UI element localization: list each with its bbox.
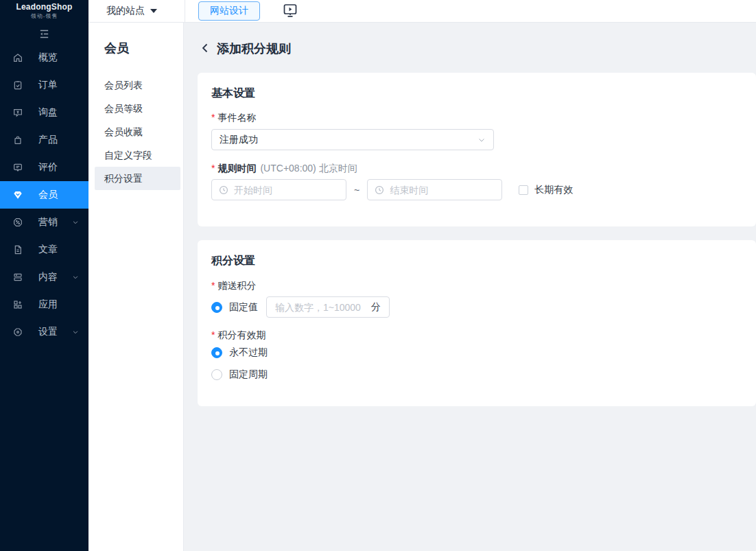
sidebar-item-label: 会员 — [38, 189, 58, 201]
topbar: 我的站点 网站设计 — [88, 0, 756, 23]
sidebar-item-label: 内容 — [38, 271, 58, 283]
member-icon — [12, 189, 23, 200]
event-name-select[interactable]: 注册成功 — [211, 129, 494, 150]
rule-time-row: ~ 长期有效 — [211, 179, 573, 200]
basic-settings-heading: 基本设置 — [211, 86, 255, 101]
content-icon — [12, 272, 23, 283]
sidebar-item-apps[interactable]: 应用 — [0, 291, 88, 318]
marketing-icon — [12, 217, 23, 228]
end-time-input[interactable] — [390, 185, 495, 196]
topbar-divider — [185, 0, 185, 22]
settings-icon — [12, 327, 23, 338]
required-mark: * — [211, 163, 215, 174]
required-mark: * — [211, 112, 215, 123]
home-icon — [12, 52, 23, 63]
member-subnav: 会员 会员列表 会员等级 会员收藏 自定义字段 积分设置 — [88, 23, 184, 551]
article-icon — [12, 244, 23, 255]
points-settings-heading: 积分设置 — [211, 254, 255, 268]
sidebar-item-label: 应用 — [38, 298, 58, 311]
points-amount-input[interactable] — [275, 302, 367, 313]
longterm-checkbox[interactable] — [519, 185, 528, 195]
sidebar-item-orders[interactable]: 订单 — [0, 71, 88, 99]
fixed-period-label: 固定周期 — [229, 368, 268, 381]
start-time-picker[interactable] — [211, 179, 346, 200]
points-settings-card: 积分设置 *赠送积分 固定值 分 *积分有效期 永不过期 固定周期 — [198, 240, 756, 406]
brand-logo: LeadongShop 领动-领售 — [0, 0, 88, 20]
subnav-list: 会员列表 会员等级 会员收藏 自定义字段 积分设置 — [88, 73, 183, 190]
subnav-title: 会员 — [104, 40, 183, 56]
points-suffix: 分 — [371, 301, 381, 314]
fixed-period-radio[interactable] — [211, 369, 222, 380]
required-mark: * — [211, 280, 215, 291]
never-expire-label: 永不过期 — [229, 347, 268, 359]
never-expire-row: 永不过期 — [211, 347, 268, 358]
sidebar-item-overview[interactable]: 概览 — [0, 44, 88, 71]
event-name-value: 注册成功 — [220, 134, 258, 146]
product-icon — [12, 134, 23, 145]
validity-label: *积分有效期 — [211, 329, 265, 342]
sidebar-item-label: 评价 — [38, 161, 58, 174]
grant-points-label: *赠送积分 — [211, 280, 256, 292]
sidebar-item-members[interactable]: 会员 — [0, 181, 88, 209]
app-sidebar: LeadongShop 领动-领售 概览 订单 询盘 — [0, 0, 88, 551]
event-name-label: *事件名称 — [211, 112, 256, 124]
rule-time-label: *规则时间(UTC+08:00) 北京时间 — [211, 163, 357, 175]
start-time-input[interactable] — [234, 185, 339, 196]
sidebar-item-label: 文章 — [38, 244, 58, 256]
never-expire-radio[interactable] — [211, 347, 222, 358]
sidebar-item-inquiries[interactable]: 询盘 — [0, 99, 88, 126]
video-tutorial-icon[interactable] — [282, 2, 298, 19]
inquiry-icon — [12, 107, 23, 118]
sidebar-nav: 概览 订单 询盘 产品 评价 — [0, 44, 88, 346]
sidebar-item-label: 询盘 — [38, 106, 58, 119]
required-mark: * — [211, 329, 215, 340]
clock-icon — [375, 185, 384, 195]
subnav-item-member-list[interactable]: 会员列表 — [88, 73, 183, 97]
sidebar-item-articles[interactable]: 文章 — [0, 236, 88, 263]
range-separator: ~ — [354, 185, 359, 196]
basic-settings-card: 基本设置 *事件名称 注册成功 *规则时间(UTC+08:00) 北京时间 ~ — [198, 73, 756, 226]
chevron-down-icon — [477, 136, 486, 144]
sidebar-item-label: 产品 — [38, 134, 58, 146]
subnav-item-points-settings[interactable]: 积分设置 — [95, 167, 180, 190]
points-amount-field[interactable]: 分 — [266, 296, 390, 318]
chevron-down-icon — [72, 329, 79, 336]
fixed-value-row: 固定值 分 — [211, 296, 390, 318]
brand-name: LeadongShop — [0, 2, 88, 12]
fixed-value-label: 固定值 — [229, 301, 258, 314]
sidebar-item-label: 概览 — [38, 51, 58, 64]
sidebar-item-label: 设置 — [38, 326, 58, 338]
order-icon — [12, 80, 23, 91]
back-icon[interactable] — [200, 43, 211, 54]
subnav-item-member-level[interactable]: 会员等级 — [88, 97, 183, 120]
clock-icon — [219, 185, 228, 195]
menu-fold-icon[interactable] — [38, 28, 50, 40]
site-selector[interactable]: 我的站点 — [106, 0, 157, 22]
sidebar-item-content[interactable]: 内容 — [0, 263, 88, 291]
subnav-item-member-favorites[interactable]: 会员收藏 — [88, 120, 183, 143]
sidebar-item-products[interactable]: 产品 — [0, 126, 88, 154]
website-design-button[interactable]: 网站设计 — [198, 1, 260, 21]
brand-tagline: 领动-领售 — [0, 12, 88, 20]
caret-down-icon — [150, 9, 157, 13]
page-title: 添加积分规则 — [217, 40, 291, 57]
apps-icon — [12, 299, 23, 310]
fixed-value-radio[interactable] — [211, 302, 222, 313]
sidebar-item-label: 营销 — [38, 216, 58, 228]
chevron-down-icon — [72, 274, 79, 281]
review-icon — [12, 162, 23, 173]
timezone-hint: (UTC+08:00) 北京时间 — [260, 163, 357, 174]
chevron-down-icon — [72, 219, 79, 226]
subnav-item-custom-fields[interactable]: 自定义字段 — [88, 143, 183, 167]
longterm-label: 长期有效 — [534, 184, 573, 196]
sidebar-item-reviews[interactable]: 评价 — [0, 154, 88, 181]
sidebar-item-marketing[interactable]: 营销 — [0, 209, 88, 236]
sidebar-item-settings[interactable]: 设置 — [0, 318, 88, 346]
end-time-picker[interactable] — [367, 179, 502, 200]
fixed-period-row: 固定周期 — [211, 369, 268, 380]
main-content: 添加积分规则 基本设置 *事件名称 注册成功 *规则时间(UTC+08:00) … — [184, 23, 756, 551]
site-selector-label: 我的站点 — [106, 5, 145, 17]
sidebar-item-label: 订单 — [38, 79, 58, 91]
